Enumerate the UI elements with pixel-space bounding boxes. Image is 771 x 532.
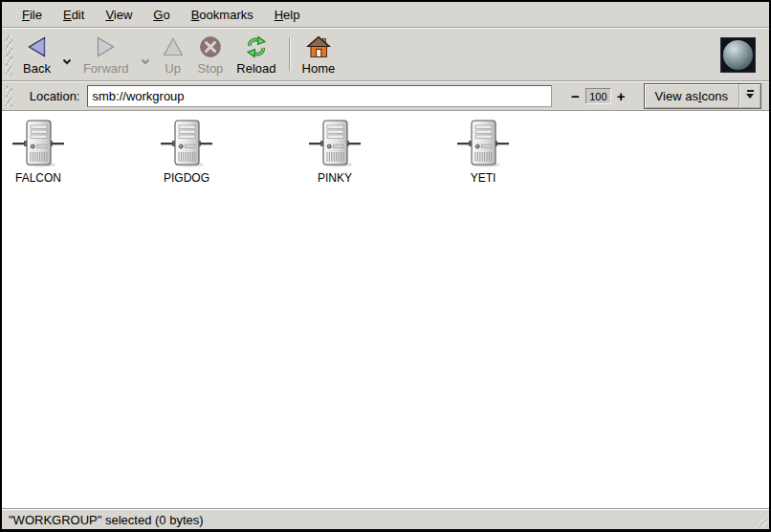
zoom-out-button[interactable]: −	[567, 90, 584, 103]
view-as-label: View as Icons	[645, 84, 738, 108]
stop-button: Stop	[191, 32, 231, 78]
up-button: Up	[155, 32, 191, 78]
reload-button[interactable]: Reload	[230, 32, 282, 78]
zoom-controls: − 100 +	[567, 88, 629, 104]
server-label: YETI	[471, 171, 496, 185]
menu-go[interactable]: Go	[143, 3, 180, 27]
reload-label: Reload	[236, 61, 275, 76]
reload-icon	[243, 33, 270, 61]
back-label: Back	[23, 61, 51, 76]
home-label: Home	[302, 61, 336, 76]
zoom-level-indicator[interactable]: 100	[585, 88, 611, 104]
status-text: "WORKGROUP" selected (0 bytes)	[9, 513, 204, 527]
up-label: Up	[165, 61, 181, 76]
server-label: PINKY	[318, 171, 352, 185]
server-item-yeti[interactable]: YETI	[447, 119, 519, 185]
toolbar-grip-handle[interactable]	[6, 34, 12, 76]
zoom-in-button[interactable]: +	[613, 90, 629, 103]
icon-view: FALCON PIGDOG PINKY YETI	[2, 111, 769, 509]
server-item-pinky[interactable]: PINKY	[298, 119, 371, 185]
resize-grip[interactable]	[753, 513, 767, 527]
server-icon	[456, 119, 510, 168]
location-label: Location:	[30, 89, 80, 103]
home-icon	[306, 33, 331, 61]
menu-edit[interactable]: Edit	[53, 3, 95, 27]
location-input[interactable]	[87, 85, 552, 107]
view-as-arrow-icon[interactable]	[738, 84, 760, 108]
forward-history-dropdown	[136, 45, 155, 78]
stop-label: Stop	[198, 61, 224, 76]
back-button[interactable]: Back	[16, 32, 57, 78]
menu-view[interactable]: View	[95, 3, 143, 27]
home-button[interactable]: Home	[296, 32, 342, 78]
back-arrow-icon	[24, 33, 49, 61]
toolbar: Back Forward Up	[2, 28, 769, 81]
menu-bookmarks[interactable]: Bookmarks	[181, 3, 264, 27]
back-history-dropdown[interactable]	[57, 45, 77, 78]
throbber-sphere	[723, 40, 753, 70]
status-bar: "WORKGROUP" selected (0 bytes)	[2, 509, 769, 529]
location-bar: Location: − 100 + View as Icons	[2, 81, 769, 111]
menu-help[interactable]: Help	[264, 3, 311, 27]
forward-label: Forward	[83, 61, 129, 76]
forward-arrow-icon	[94, 33, 119, 61]
server-item-falcon[interactable]: FALCON	[2, 119, 75, 185]
view-as-dropdown[interactable]: View as Icons	[644, 83, 761, 109]
file-manager-window: File Edit View Go Bookmarks Help Back Fo…	[2, 2, 769, 529]
server-icon	[308, 119, 362, 168]
throbber-globe-icon	[720, 37, 756, 73]
stop-icon	[199, 33, 222, 61]
server-item-pigdog[interactable]: PIGDOG	[150, 119, 223, 185]
server-icon	[160, 119, 213, 168]
up-arrow-icon	[162, 33, 185, 61]
location-bar-grip-handle[interactable]	[6, 85, 12, 107]
toolbar-separator	[289, 37, 290, 71]
server-label: FALCON	[15, 171, 61, 185]
forward-button: Forward	[77, 32, 136, 78]
server-label: PIGDOG	[164, 171, 209, 185]
menu-bar: File Edit View Go Bookmarks Help	[2, 2, 769, 28]
server-icon	[11, 119, 65, 168]
menu-file[interactable]: File	[11, 3, 53, 27]
